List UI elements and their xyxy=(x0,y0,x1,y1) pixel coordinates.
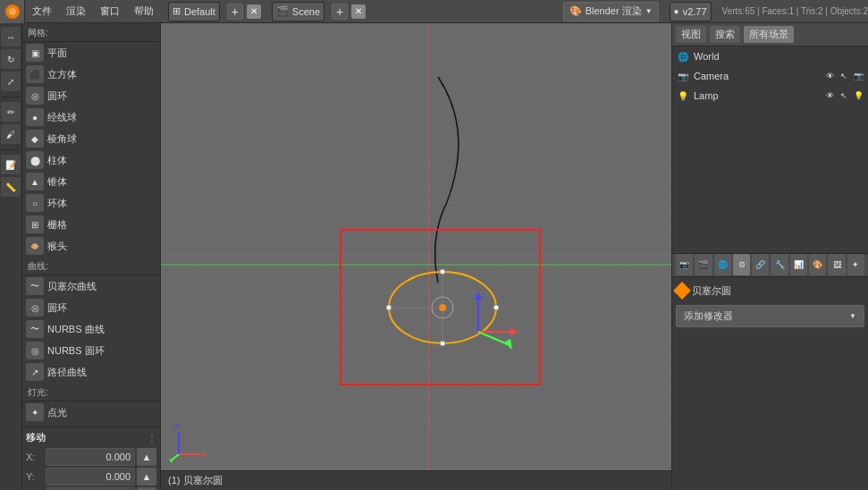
gizmo-svg xyxy=(434,287,523,376)
lamp-point[interactable]: ✦ 点光 xyxy=(22,401,160,423)
add-scene-button[interactable]: + xyxy=(332,4,348,20)
properties-body: 贝塞尔圆 添加修改器 ▼ xyxy=(672,277,868,491)
prop-tab-data[interactable]: 📊 xyxy=(790,254,807,275)
tool-translate[interactable]: ↔ xyxy=(1,27,21,46)
x-increment[interactable]: ▲ xyxy=(137,448,156,466)
curve-nurbs[interactable]: 〜 NURBS 曲线 xyxy=(22,318,160,340)
curve-path[interactable]: ↗ 路径曲线 xyxy=(22,361,160,383)
x-field-row: X: 0.000 ▲ xyxy=(26,448,156,466)
tool-scale[interactable]: ⤢ xyxy=(1,72,21,91)
world-icon: 🌐 xyxy=(676,49,690,63)
cylinder-label: 柱体 xyxy=(47,154,67,167)
lamp-restrict-select[interactable]: ↖ xyxy=(838,89,850,102)
lamp-restrict-view[interactable]: 👁 xyxy=(823,89,836,102)
camera-restrict-render[interactable]: 📷 xyxy=(852,70,864,82)
search-button[interactable]: 搜索 xyxy=(710,26,740,43)
camera-restrict-view[interactable]: 👁 xyxy=(823,70,836,82)
svg-point-1 xyxy=(9,8,16,15)
uvsphere-label: 经线球 xyxy=(47,111,77,124)
menu-file[interactable]: 文件 xyxy=(25,0,59,23)
mesh-grid[interactable]: ⊞ 栅格 xyxy=(22,214,160,235)
x-input[interactable]: 0.000 xyxy=(46,448,135,466)
selected-object-status: (1) 贝塞尔圆 xyxy=(168,474,223,487)
tool-sculpt[interactable]: 🖌 xyxy=(1,124,21,144)
icosphere-icon: ◆ xyxy=(26,130,44,148)
curve-bezier[interactable]: 〜 贝塞尔曲线 xyxy=(22,275,160,297)
mesh-uvsphere[interactable]: ● 经线球 xyxy=(22,106,160,128)
outliner-item-world[interactable]: 🌐 World xyxy=(672,46,868,66)
render-engine-selector[interactable]: 🎨 Blender 渲染 ▼ xyxy=(563,2,659,21)
menu-help[interactable]: 帮助 xyxy=(127,0,161,23)
lamp-icon: 💡 xyxy=(676,89,690,103)
mesh-torus[interactable]: ○ 环体 xyxy=(22,192,160,214)
pointlight-icon: ✦ xyxy=(26,403,44,421)
add-workspace-button[interactable]: + xyxy=(227,4,243,20)
tool-rotate[interactable]: ↻ xyxy=(1,49,21,69)
cone-label: 锥体 xyxy=(47,175,67,189)
outliner-item-lamp[interactable]: 💡 Lamp 👁 ↖ 💡 xyxy=(672,86,868,106)
axes-indicator: X Z Y xyxy=(170,418,215,463)
tool-edit[interactable]: ✏ xyxy=(1,102,21,122)
torus-label: 环体 xyxy=(47,197,67,210)
mesh-cylinder[interactable]: ⬤ 柱体 xyxy=(22,149,160,171)
prop-tab-material[interactable]: 🎨 xyxy=(809,254,826,275)
version-display: ● v2.77 xyxy=(670,2,712,21)
mesh-cone[interactable]: ▲ 锥体 xyxy=(22,171,160,192)
add-modifier-chevron: ▼ xyxy=(849,312,856,320)
top-menu-bar: 文件 渲染 窗口 帮助 ⊞ Default + ✕ 🎬 Scene + ✕ 🎨 … xyxy=(0,0,868,23)
prop-tab-texture[interactable]: 🖼 xyxy=(828,254,845,275)
prop-tab-world[interactable]: 🌐 xyxy=(714,254,731,275)
tool-annotate[interactable]: 📝 xyxy=(1,155,21,174)
menu-window[interactable]: 窗口 xyxy=(93,0,127,23)
outliner-item-camera[interactable]: 📷 Camera 👁 ↖ 📷 xyxy=(672,66,868,86)
mesh-icosphere[interactable]: ◆ 棱角球 xyxy=(22,128,160,149)
curve-nurbs-circle[interactable]: ◎ NURBS 圆环 xyxy=(22,340,160,361)
tool-measure[interactable]: 📏 xyxy=(1,177,21,197)
all-scenes-button[interactable]: 所有场景 xyxy=(744,26,794,43)
view-button[interactable]: 视图 xyxy=(676,26,706,43)
curve-circle[interactable]: ◎ 圆环 xyxy=(22,297,160,318)
3d-viewport[interactable]: 用户视图 (透视) + xyxy=(161,23,671,490)
camera-restrict-select[interactable]: ↖ xyxy=(838,70,850,82)
object-type-icon xyxy=(673,282,691,300)
section-mesh-header: 网格: xyxy=(22,23,160,42)
nurbs-icon: 〜 xyxy=(26,320,44,338)
camera-name: Camera xyxy=(694,71,820,81)
add-modifier-button[interactable]: 添加修改器 ▼ xyxy=(676,305,864,327)
blender-icon-small: ● xyxy=(674,6,679,16)
plane-label: 平面 xyxy=(47,46,67,60)
nurbs-circle-label: NURBS 圆环 xyxy=(47,344,105,358)
transform-gizmo[interactable] xyxy=(434,287,523,378)
section-lamp-header: 灯光: xyxy=(22,383,160,401)
close-scene-button[interactable]: ✕ xyxy=(351,4,366,19)
prop-tab-modifiers[interactable]: 🔧 xyxy=(771,254,788,275)
prop-tab-render[interactable]: 📷 xyxy=(676,254,693,275)
menu-render[interactable]: 渲染 xyxy=(59,0,93,23)
main-area: ↔ ↻ ⤢ ✏ 🖌 📝 📏 网格: ▣ 平面 ⬛ 立方体 ◎ 圆环 ● 经线球 … xyxy=(0,23,868,490)
workspace-icon: ⊞ xyxy=(173,5,181,17)
prop-tab-scene[interactable]: 🎬 xyxy=(695,254,712,275)
scene-name: Scene xyxy=(292,6,320,17)
close-workspace-button[interactable]: ✕ xyxy=(247,4,261,19)
left-toolbar: ↔ ↻ ⤢ ✏ 🖌 📝 📏 xyxy=(0,23,22,490)
y-increment[interactable]: ▲ xyxy=(137,468,156,486)
prop-tab-particles[interactable]: ✦ xyxy=(847,254,864,275)
blender-logo[interactable] xyxy=(0,0,25,23)
curve-circle-icon: ◎ xyxy=(26,299,44,317)
workspace-selector[interactable]: ⊞ Default xyxy=(168,2,220,21)
camera-vis-icons: 👁 ↖ 📷 xyxy=(823,70,864,82)
mesh-cube[interactable]: ⬛ 立方体 xyxy=(22,63,160,85)
scene-selector[interactable]: 🎬 Scene xyxy=(272,2,324,21)
prop-tab-constraints[interactable]: 🔗 xyxy=(752,254,769,275)
path-icon: ↗ xyxy=(26,363,44,381)
path-label: 路径曲线 xyxy=(47,366,87,379)
lamp-restrict-render[interactable]: 💡 xyxy=(852,89,864,102)
move-options[interactable]: ⋮ xyxy=(147,433,156,443)
mesh-plane[interactable]: ▣ 平面 xyxy=(22,42,160,63)
mesh-circle[interactable]: ◎ 圆环 xyxy=(22,85,160,106)
prop-tab-object[interactable]: ⚙ xyxy=(733,254,750,275)
move-title: 移动 xyxy=(26,431,46,444)
mesh-monkey[interactable]: 🐵 猴头 xyxy=(22,235,160,257)
y-input[interactable]: 0.000 xyxy=(46,468,135,486)
bezier-label: 贝塞尔曲线 xyxy=(47,280,97,293)
